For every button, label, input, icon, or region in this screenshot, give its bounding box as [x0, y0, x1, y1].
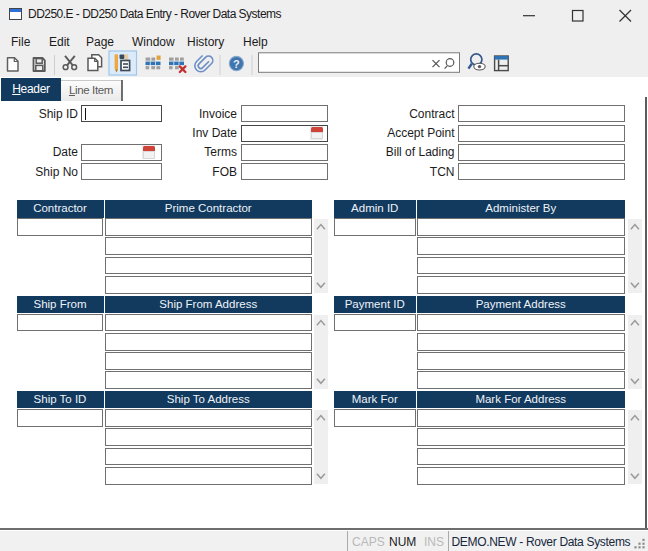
- svg-text:?: ?: [233, 58, 240, 70]
